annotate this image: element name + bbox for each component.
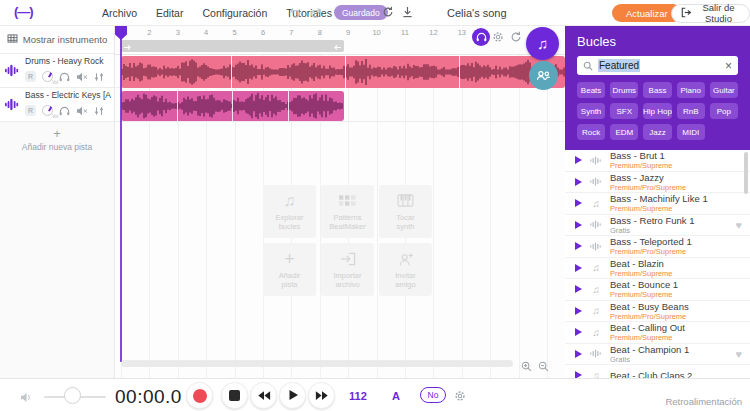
loop-list-item[interactable]: ♫ Beat - Club Claps 2 ♥ [565, 365, 750, 378]
monitoring-toggle-button[interactable] [472, 28, 490, 46]
timeline-settings-button[interactable] [492, 29, 506, 43]
quick-action-card[interactable]: Tocarsynth [379, 185, 432, 238]
genre-tag-button[interactable]: RnB [677, 103, 705, 119]
mute-button[interactable] [76, 68, 88, 86]
genre-tag-button[interactable]: Bass [643, 82, 671, 98]
transport-settings-button[interactable] [454, 388, 468, 402]
bar-number: 4 [204, 28, 208, 37]
quick-action-card[interactable]: Importararchivo [321, 243, 374, 296]
loop-list-item[interactable]: ♫ Beat - Calling Out Premium/Supreme ♥ [565, 322, 750, 344]
genre-tag-button[interactable]: Rock [577, 124, 605, 140]
play-loop-button[interactable] [575, 178, 582, 186]
loop-toggle-button[interactable] [510, 29, 524, 43]
feedback-link[interactable]: Retroalimentación [665, 396, 742, 407]
track-header[interactable]: Drums - Heavy Rock R Vol [0, 54, 114, 88]
play-button[interactable] [279, 382, 306, 409]
loop-name: Beat - Bounce 1 [610, 279, 742, 290]
play-loop-button[interactable] [575, 199, 582, 207]
redo-button[interactable] [308, 5, 324, 21]
bass-audio-region[interactable] [121, 91, 344, 121]
genre-tag-button[interactable]: Jazz [643, 124, 671, 140]
zoom-in-button[interactable] [521, 358, 533, 370]
play-loop-button[interactable] [575, 156, 582, 164]
favorite-heart-icon[interactable]: ♥ [735, 219, 742, 231]
genre-tag-button[interactable]: Piano [677, 82, 705, 98]
key-display[interactable]: A [392, 390, 400, 402]
play-loop-button[interactable] [575, 221, 582, 229]
menu-item[interactable]: Archivo [102, 7, 137, 19]
loops-panel-toggle-button[interactable]: ♫ [526, 27, 559, 60]
loop-list-item[interactable]: Beat - Champion 1 Gratis ♥ [565, 344, 750, 366]
count-in-toggle[interactable]: No [420, 387, 446, 403]
version-history-button[interactable] [380, 5, 396, 21]
drums-audio-region[interactable] [121, 56, 565, 88]
menu-item[interactable]: Configuración [202, 7, 267, 19]
play-loop-button[interactable] [575, 371, 582, 378]
zoom-out-button[interactable] [538, 358, 550, 370]
quick-action-card[interactable]: ♫ Explorarbucles [263, 185, 316, 238]
play-loop-button[interactable] [575, 350, 582, 358]
loop-list-item[interactable]: Bass - Jazzy Premium/Pro/Supreme ♥ [565, 172, 750, 194]
loop-list-item[interactable]: ♫ Beat - Busy Beans Premium/Pro/Supreme … [565, 301, 750, 323]
genre-tag-button[interactable]: Guitar [710, 82, 738, 98]
loop-list-item[interactable]: ♫ Beat - Bounce 1 Premium/Supreme ♥ [565, 279, 750, 301]
loop-region-bar[interactable] [121, 40, 344, 52]
loop-list-item[interactable]: ♫ Beat - Blazin Premium/Supreme ♥ [565, 258, 750, 280]
genre-tag-button[interactable]: Pop [710, 103, 738, 119]
menu-item[interactable]: Editar [156, 7, 183, 19]
record-button[interactable] [186, 382, 213, 409]
genre-tag-button[interactable]: Drums [610, 82, 638, 98]
loop-list-item[interactable]: ♫ Bass - Machinify Like 1 Premium/Suprem… [565, 193, 750, 215]
automation-button[interactable] [94, 102, 104, 120]
fast-forward-button[interactable] [308, 382, 335, 409]
exit-studio-button[interactable]: Salir de Studio [671, 4, 750, 23]
play-loop-button[interactable] [575, 242, 582, 250]
genre-tag-button[interactable]: EDM [610, 124, 638, 140]
rewind-button[interactable] [250, 382, 277, 409]
favorite-heart-icon[interactable]: ♥ [735, 348, 742, 360]
track-header[interactable]: Bass - Electric Keys [As... R Vol [0, 88, 114, 122]
genre-tag-button[interactable]: Beats [577, 82, 605, 98]
volume-slider-handle[interactable] [64, 387, 81, 404]
collaborators-avatar[interactable] [529, 61, 558, 90]
genre-tag-button[interactable]: Hip Hop [643, 103, 671, 119]
record-arm-button[interactable]: R [25, 71, 36, 82]
play-loop-button[interactable] [575, 285, 582, 293]
mute-button[interactable] [76, 102, 88, 120]
undo-button[interactable] [286, 5, 302, 21]
stop-button[interactable] [221, 382, 248, 409]
download-button[interactable] [399, 5, 415, 21]
loop-list-item[interactable]: Bass - Retro Funk 1 Gratis ♥ [565, 215, 750, 237]
monitor-headphones-button[interactable] [59, 68, 70, 86]
loop-list-item[interactable]: Bass - Brut 1 Premium/Supreme ♥ [565, 150, 750, 172]
show-instrument-toggle[interactable]: Mostrar instrumento [0, 26, 114, 54]
tempo-display[interactable]: 112 [349, 390, 367, 402]
add-track-button[interactable]: + Añadir nueva pista [0, 122, 114, 158]
genre-tag-button[interactable]: SFX [610, 103, 638, 119]
playhead-line [120, 26, 122, 362]
loop-start-handle[interactable] [123, 37, 132, 55]
loops-search-input[interactable]: Featured × [577, 56, 738, 75]
record-arm-button[interactable]: R [25, 105, 36, 116]
loop-name: Bass - Machinify Like 1 [610, 193, 742, 204]
quick-action-card[interactable]: + Añadirpista [263, 243, 316, 296]
loop-list-scrollbar[interactable] [744, 152, 748, 194]
automation-button[interactable] [94, 68, 104, 86]
monitor-headphones-button[interactable] [59, 102, 70, 120]
genre-tag-button[interactable]: Synth [577, 103, 605, 119]
play-loop-button[interactable] [575, 307, 582, 315]
horizontal-scrollbar[interactable] [121, 360, 513, 367]
genre-tag-button[interactable]: MIDI [677, 124, 705, 140]
clear-search-button[interactable]: × [725, 60, 732, 72]
loop-list-item[interactable]: Bass - Teleported 1 Premium/Pro/Supreme … [565, 236, 750, 258]
quick-action-card[interactable]: PatternsBeatMaker [321, 185, 374, 238]
soundtrap-logo[interactable]: (—) [14, 4, 33, 19]
bar-number: 8 [318, 28, 322, 37]
volume-knob[interactable]: Vol [42, 105, 53, 116]
loop-end-handle[interactable] [333, 37, 342, 55]
play-loop-button[interactable] [575, 264, 582, 272]
quick-action-card[interactable]: Invitaramigo [379, 243, 432, 296]
play-loop-button[interactable] [575, 328, 582, 336]
song-title[interactable]: Celia's song [447, 7, 507, 19]
volume-knob[interactable]: Vol [42, 71, 53, 82]
